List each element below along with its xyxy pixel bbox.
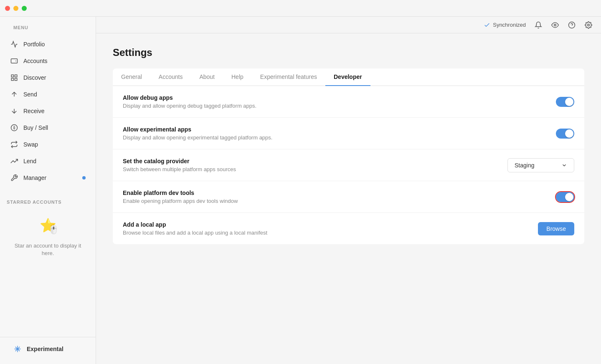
content: Settings General Accounts About Help Exp… [96, 33, 601, 364]
tabs: General Accounts About Help Experimental… [113, 68, 584, 86]
dollar-icon [10, 124, 18, 132]
tab-general[interactable]: General [113, 68, 150, 86]
experimental-label: Experimental [27, 346, 63, 352]
settings-panel: Allow debug apps Display and allow openi… [113, 86, 584, 244]
swap-icon [10, 140, 18, 149]
setting-platform-dev-tools: Enable platform dev tools Enable opening… [113, 181, 584, 213]
main: Synchronized [96, 17, 601, 364]
svg-point-7 [11, 125, 18, 131]
toggle-allow-experimental-apps[interactable] [556, 129, 574, 139]
toggle-platform-dev-tools[interactable] [556, 192, 574, 202]
grid-icon [10, 73, 18, 82]
buy-sell-label: Buy / Sell [23, 124, 48, 131]
browse-button[interactable]: Browse [538, 222, 574, 235]
setting-info: Add a local app Browse local files and a… [123, 221, 538, 236]
svg-point-12 [554, 24, 556, 26]
manager-label: Manager [23, 174, 46, 181]
wrench-icon [10, 174, 18, 182]
setting-info: Allow experimental apps Display and allo… [123, 126, 556, 141]
setting-title: Set the catalog provider [123, 158, 507, 164]
setting-title: Add a local app [123, 221, 538, 228]
discover-label: Discover [23, 74, 46, 81]
sidebar-item-accounts[interactable]: Accounts [3, 53, 92, 69]
tab-help[interactable]: Help [223, 68, 252, 86]
starred-label: STARRED ACCOUNTS [7, 200, 89, 205]
starred-empty: ⭐ 🖱️ Star an account to display it here. [7, 210, 89, 264]
question-icon[interactable] [568, 21, 576, 29]
titlebar [0, 0, 601, 17]
sidebar-item-portfolio[interactable]: Portfolio [3, 36, 92, 53]
svg-rect-1 [11, 75, 13, 77]
setting-desc: Display and allow opening experimental t… [123, 134, 556, 141]
setting-desc: Browse local files and add a local app u… [123, 230, 538, 236]
snowflake-icon [13, 345, 22, 353]
page-title: Settings [113, 47, 584, 58]
header: Synchronized [96, 17, 601, 33]
sidebar: MENU Portfolio Accounts [0, 17, 96, 364]
menu-label: MENU [7, 25, 35, 33]
setting-allow-experimental-apps: Allow experimental apps Display and allo… [113, 118, 584, 149]
sidebar-item-receive[interactable]: Receive [3, 103, 92, 119]
setting-title: Enable platform dev tools [123, 190, 556, 196]
receive-label: Receive [23, 108, 45, 114]
sidebar-item-experimental[interactable]: Experimental [7, 341, 89, 357]
chevron-down-icon [561, 162, 567, 168]
titlebar-buttons [5, 6, 27, 11]
bell-icon[interactable] [534, 21, 543, 29]
sync-icon [484, 22, 490, 28]
trending-up-icon [10, 157, 18, 165]
sidebar-item-buy-sell[interactable]: Buy / Sell [3, 119, 92, 136]
tab-about[interactable]: About [191, 68, 223, 86]
setting-info: Enable platform dev tools Enable opening… [123, 190, 556, 204]
tab-experimental-features[interactable]: Experimental features [252, 68, 325, 86]
minimize-button[interactable] [13, 6, 18, 11]
catalog-provider-dropdown[interactable]: Staging [507, 158, 574, 172]
tab-accounts[interactable]: Accounts [150, 68, 191, 86]
star-cursor-icon: ⭐ 🖱️ [40, 216, 56, 234]
manager-badge [82, 176, 86, 179]
tab-developer[interactable]: Developer [325, 68, 370, 86]
sidebar-item-manager[interactable]: Manager [3, 169, 92, 186]
toggle-allow-debug-apps[interactable] [556, 97, 574, 107]
sidebar-item-send[interactable]: Send [3, 86, 92, 103]
eye-icon[interactable] [551, 21, 559, 29]
close-button[interactable] [5, 6, 10, 11]
sidebar-item-discover[interactable]: Discover [3, 69, 92, 86]
arrow-up-icon [10, 90, 18, 99]
lend-label: Lend [23, 158, 36, 164]
sync-status: Synchronized [484, 22, 526, 28]
chart-icon [10, 40, 18, 48]
app: MENU Portfolio Accounts [0, 17, 601, 364]
svg-rect-3 [11, 78, 13, 81]
setting-add-local-app: Add a local app Browse local files and a… [113, 213, 584, 244]
setting-desc: Switch between multiple platform apps so… [123, 166, 507, 172]
catalog-provider-value: Staging [515, 162, 534, 169]
sidebar-item-swap[interactable]: Swap [3, 136, 92, 153]
setting-allow-debug-apps: Allow debug apps Display and allow openi… [113, 86, 584, 118]
setting-info: Set the catalog provider Switch between … [123, 158, 507, 172]
accounts-label: Accounts [23, 58, 48, 64]
send-label: Send [23, 91, 37, 98]
setting-catalog-provider: Set the catalog provider Switch between … [113, 149, 584, 181]
sync-label: Synchronized [493, 22, 526, 28]
svg-rect-2 [15, 75, 17, 77]
sidebar-bottom: Experimental [0, 337, 96, 357]
svg-point-15 [588, 24, 590, 26]
setting-title: Allow experimental apps [123, 126, 556, 133]
maximize-button[interactable] [22, 6, 27, 11]
swap-label: Swap [23, 141, 38, 148]
setting-desc: Enable opening platform apps dev tools w… [123, 198, 556, 204]
arrow-down-icon [10, 107, 18, 115]
starred-accounts-section: STARRED ACCOUNTS ⭐ 🖱️ Star an account to… [0, 193, 96, 270]
wallet-icon [10, 57, 18, 65]
portfolio-label: Portfolio [23, 41, 45, 48]
svg-rect-0 [11, 59, 18, 63]
settings-icon[interactable] [584, 21, 593, 29]
setting-title: Allow debug apps [123, 94, 556, 101]
starred-empty-text: Star an account to display it here. [10, 242, 86, 257]
setting-desc: Display and allow opening debug tagged p… [123, 103, 556, 109]
setting-info: Allow debug apps Display and allow openi… [123, 94, 556, 109]
sidebar-item-lend[interactable]: Lend [3, 153, 92, 169]
svg-rect-4 [15, 78, 17, 81]
